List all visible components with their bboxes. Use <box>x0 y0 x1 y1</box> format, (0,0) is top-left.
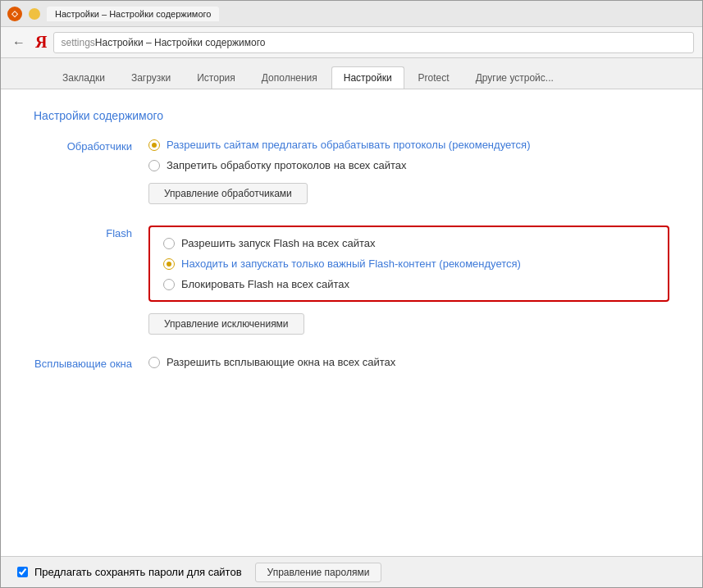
address-title: Настройки – Настройки содержимого <box>95 37 266 48</box>
flash-important-label: Находить и запускать только важный Flash… <box>181 258 521 270</box>
tab-downloads[interactable]: Загрузки <box>119 66 183 89</box>
main-content: Настройки содержимого Обработчики Разреш… <box>1 89 702 556</box>
handlers-allow-option: Разрешить сайтам предлагать обрабатывать… <box>148 139 669 151</box>
manage-exceptions-button[interactable]: Управление исключениями <box>148 313 304 335</box>
tab-protect[interactable]: Protect <box>406 66 462 89</box>
tab-history[interactable]: История <box>185 66 248 89</box>
tab-favicon <box>29 8 40 20</box>
handlers-block-radio[interactable] <box>148 160 160 171</box>
handlers-block-option: Запретить обработку протоколов на всех с… <box>148 159 669 171</box>
flash-allow-label: Разрешить запуск Flash на всех сайтах <box>181 237 375 249</box>
popups-content: Разрешить всплывающие окна на всех сайта… <box>148 356 669 376</box>
tab-other-devices[interactable]: Другие устройс... <box>463 66 566 89</box>
bottom-bar: Предлагать сохранять пароли для сайтов У… <box>1 556 702 587</box>
title-bar-tabs: Настройки – Настройки содержимого <box>47 7 696 21</box>
popups-allow-label: Разрешить всплывающие окна на всех сайта… <box>167 356 395 368</box>
handlers-label: Обработчики <box>34 139 132 206</box>
flash-options-box: Разрешить запуск Flash на всех сайтах На… <box>148 226 669 302</box>
popups-allow-radio[interactable] <box>148 357 160 368</box>
flash-important-option: Находить и запускать только важный Flash… <box>163 258 655 270</box>
flash-section: Flash Разрешить запуск Flash на всех сай… <box>34 226 669 336</box>
flash-allow-radio[interactable] <box>163 238 175 249</box>
handlers-allow-label: Разрешить сайтам предлагать обрабатывать… <box>167 139 530 151</box>
flash-important-radio[interactable] <box>163 258 175 270</box>
address-bar: ← Я settings Настройки – Настройки содер… <box>1 27 702 58</box>
browser-icon: ◇ <box>7 7 22 21</box>
flash-label: Flash <box>34 226 132 336</box>
save-passwords-label: Предлагать сохранять пароли для сайтов <box>34 566 242 578</box>
flash-allow-option: Разрешить запуск Flash на всех сайтах <box>163 237 655 249</box>
handlers-block-label: Запретить обработку протоколов на всех с… <box>167 159 407 171</box>
address-settings: settings <box>61 37 94 48</box>
handlers-allow-radio[interactable] <box>148 139 160 151</box>
manage-passwords-button[interactable]: Управление паролями <box>255 563 382 582</box>
popups-section: Всплывающие окна Разрешить всплывающие о… <box>34 356 669 376</box>
popups-label: Всплывающие окна <box>34 356 132 376</box>
save-passwords-checkbox[interactable] <box>17 567 28 577</box>
handlers-content: Разрешить сайтам предлагать обрабатывать… <box>148 139 669 206</box>
nav-tabs: Закладки Загрузки История Дополнения Нас… <box>1 58 702 89</box>
popups-allow-option: Разрешить всплывающие окна на всех сайта… <box>148 356 669 368</box>
tab-extensions[interactable]: Дополнения <box>249 66 330 89</box>
yandex-logo: Я <box>35 33 47 52</box>
tab-bookmarks[interactable]: Закладки <box>50 66 117 89</box>
flash-block-radio[interactable] <box>163 279 175 290</box>
back-button[interactable]: ← <box>9 33 29 52</box>
flash-block-option: Блокировать Flash на всех сайтах <box>163 278 655 290</box>
browser-tab[interactable]: Настройки – Настройки содержимого <box>47 7 219 21</box>
section-title: Настройки содержимого <box>34 109 669 122</box>
title-bar: ◇ Настройки – Настройки содержимого <box>1 1 702 27</box>
browser-window: ◇ Настройки – Настройки содержимого ← Я … <box>0 0 703 588</box>
flash-content: Разрешить запуск Flash на всех сайтах На… <box>148 226 669 336</box>
handlers-section: Обработчики Разрешить сайтам предлагать … <box>34 139 669 206</box>
flash-block-label: Блокировать Flash на всех сайтах <box>181 278 349 290</box>
tab-settings[interactable]: Настройки <box>331 66 404 89</box>
manage-handlers-button[interactable]: Управление обработчиками <box>148 183 308 204</box>
address-input[interactable]: settings Настройки – Настройки содержимо… <box>53 32 694 53</box>
